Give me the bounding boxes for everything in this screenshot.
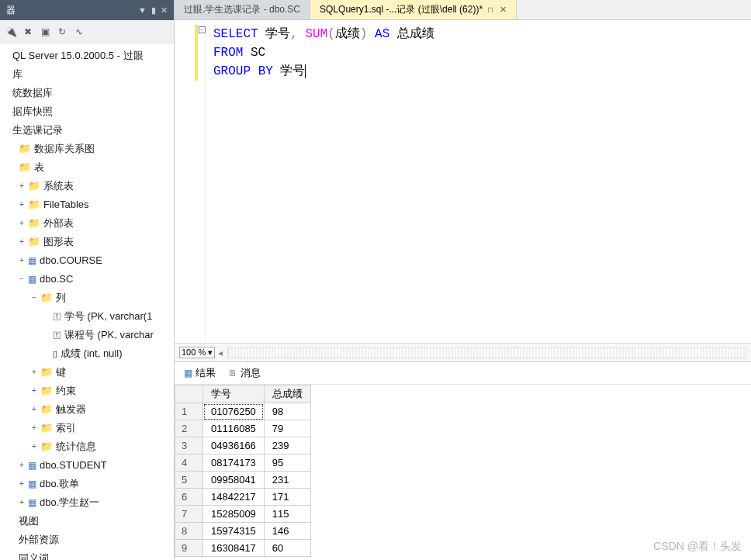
tab-sql-query[interactable]: SQLQuery1.sql -...记录 (过眼\dell (62))* ⊓ ✕	[310, 0, 517, 19]
cell[interactable]: 171	[264, 489, 310, 506]
pin-icon[interactable]: ▮	[151, 5, 156, 16]
row-number[interactable]: 3	[175, 437, 203, 455]
cell[interactable]: 95	[264, 455, 310, 472]
activity-icon[interactable]: ∿	[73, 26, 85, 38]
table-row[interactable]: 715285009115	[175, 506, 311, 523]
cell[interactable]: 79	[264, 420, 310, 437]
results-grid-wrapper[interactable]: 学号总成绩10107625098201116085793049361662394…	[175, 385, 751, 560]
cell[interactable]: 01116085	[203, 420, 265, 437]
tree-item[interactable]: ⚿学号 (PK, varchar(1	[0, 307, 174, 326]
row-number[interactable]: 2	[175, 420, 203, 437]
row-number[interactable]: 7	[175, 506, 203, 523]
cell[interactable]: 115	[264, 506, 310, 523]
tab-label: SQLQuery1.sql -...记录 (过眼\dell (62))*	[320, 3, 483, 16]
filter-icon[interactable]: ▣	[39, 26, 51, 38]
tree-item[interactable]: 📁数据库关系图	[0, 140, 174, 158]
column-header[interactable]: 学号	[203, 385, 265, 403]
connect-icon[interactable]: 🔌	[5, 26, 17, 38]
tree-item[interactable]: 同义词	[0, 549, 174, 560]
sql-editor[interactable]: − SELECT 学号, SUM(成绩) AS 总成绩FROM SCGROUP …	[175, 20, 751, 343]
collapse-icon[interactable]: −	[199, 26, 206, 33]
column-header[interactable]	[175, 385, 203, 403]
row-number[interactable]: 8	[175, 523, 203, 540]
cell[interactable]: 231	[264, 472, 310, 489]
tree-item[interactable]: 📁表	[0, 158, 174, 177]
tree-item[interactable]: +▦dbo.学生赵一	[0, 493, 174, 512]
tree-item[interactable]: +📁索引	[0, 419, 174, 437]
pin-icon[interactable]: ⊓	[487, 5, 493, 14]
cell[interactable]: 14842217	[203, 489, 265, 506]
tree-item[interactable]: −▦dbo.SC	[0, 270, 174, 289]
tree-item[interactable]: +📁键	[0, 363, 174, 382]
tree-item[interactable]: +📁统计信息	[0, 437, 174, 456]
tree-item[interactable]: +▦dbo.歌单	[0, 475, 174, 493]
tree-item[interactable]: 库	[0, 65, 174, 84]
column-header[interactable]: 总成绩	[264, 385, 310, 403]
cell[interactable]: 16308417	[203, 540, 265, 557]
cell[interactable]: 15285009	[203, 506, 265, 523]
horizontal-scrollbar[interactable]	[227, 347, 746, 358]
disconnect-icon[interactable]: ✖	[22, 26, 34, 38]
row-number[interactable]: 5	[175, 472, 203, 489]
cell[interactable]: 146	[264, 523, 310, 540]
cell[interactable]: 09958041	[203, 472, 265, 489]
table-row[interactable]: 40817417395	[175, 455, 311, 472]
cell[interactable]: 08174173	[203, 455, 265, 472]
table-row[interactable]: 509958041231	[175, 472, 311, 489]
tree-item[interactable]: +📁触发器	[0, 400, 174, 419]
table-row[interactable]: 20111608579	[175, 420, 311, 437]
tree-item[interactable]: ▯成绩 (int, null)	[0, 344, 174, 363]
zoom-select[interactable]: 100 % ▾	[179, 347, 215, 358]
cell[interactable]: 01076250	[203, 403, 265, 420]
main-area: 过眼.学生选课记录 - dbo.SC SQLQuery1.sql -...记录 …	[175, 0, 751, 560]
folder-icon: 📁	[28, 216, 40, 231]
table-row[interactable]: 815974315146	[175, 523, 311, 540]
code-text[interactable]: SELECT 学号, SUM(成绩) AS 总成绩FROM SCGROUP BY…	[206, 20, 751, 343]
refresh-icon[interactable]: ↻	[56, 26, 68, 38]
results-tab[interactable]: ▦ 结果	[179, 365, 220, 382]
messages-tab[interactable]: 🗎 消息	[223, 365, 265, 382]
close-icon[interactable]: ✕	[500, 5, 507, 15]
tree-item[interactable]: +📁系统表	[0, 177, 174, 195]
row-number[interactable]: 1	[175, 403, 203, 420]
tree-item-label: 据库快照	[12, 104, 53, 119]
tree-item[interactable]: −📁列	[0, 289, 174, 307]
tree-item[interactable]: 统数据库	[0, 84, 174, 102]
tree-item[interactable]: 外部资源	[0, 531, 174, 549]
cell[interactable]: 15974315	[203, 523, 265, 540]
object-tree[interactable]: QL Server 15.0.2000.5 - 过眼库统数据库据库快照生选课记录…	[0, 43, 174, 560]
tree-item[interactable]: +📁FileTables	[0, 195, 174, 214]
tree-item[interactable]: 生选课记录	[0, 121, 174, 140]
tree-item[interactable]: +📁外部表	[0, 214, 174, 233]
cell[interactable]: 60	[264, 540, 310, 557]
cell[interactable]: 98	[264, 403, 310, 420]
tree-item[interactable]: +▦dbo.COURSE	[0, 251, 174, 270]
tree-item[interactable]: 视图	[0, 512, 174, 531]
tree-item[interactable]: +📁图形表	[0, 233, 174, 251]
scroll-left-icon[interactable]: ◂	[218, 347, 223, 358]
table-row[interactable]: 10107625098	[175, 403, 311, 420]
table-row[interactable]: 304936166239	[175, 437, 311, 455]
close-icon[interactable]: ✕	[161, 5, 168, 16]
tree-item[interactable]: ⚿课程号 (PK, varchar	[0, 326, 174, 344]
row-number[interactable]: 4	[175, 455, 203, 472]
folder-icon: 📁	[40, 383, 53, 399]
row-number[interactable]: 9	[175, 540, 203, 557]
table-row[interactable]: 614842217171	[175, 489, 311, 506]
tree-item-label: 表	[34, 160, 44, 175]
tree-item[interactable]: 据库快照	[0, 102, 174, 121]
table-row[interactable]: 91630841760	[175, 540, 311, 557]
row-number[interactable]: 6	[175, 489, 203, 506]
table-icon: ▦	[28, 495, 36, 510]
tab-table-editor[interactable]: 过眼.学生选课记录 - dbo.SC	[175, 0, 310, 19]
tree-item[interactable]: +▦dbo.STUDENT	[0, 456, 174, 475]
dropdown-icon[interactable]: ▼	[138, 5, 147, 15]
results-tab-label: 结果	[196, 366, 216, 380]
panel-toolbar: 🔌 ✖ ▣ ↻ ∿	[0, 20, 174, 43]
cell[interactable]: 239	[264, 437, 310, 455]
tree-item[interactable]: +📁约束	[0, 382, 174, 400]
results-grid[interactable]: 学号总成绩10107625098201116085793049361662394…	[175, 385, 311, 557]
tree-item[interactable]: QL Server 15.0.2000.5 - 过眼	[0, 47, 174, 65]
document-tabs: 过眼.学生选课记录 - dbo.SC SQLQuery1.sql -...记录 …	[175, 0, 751, 20]
cell[interactable]: 04936166	[203, 437, 265, 455]
